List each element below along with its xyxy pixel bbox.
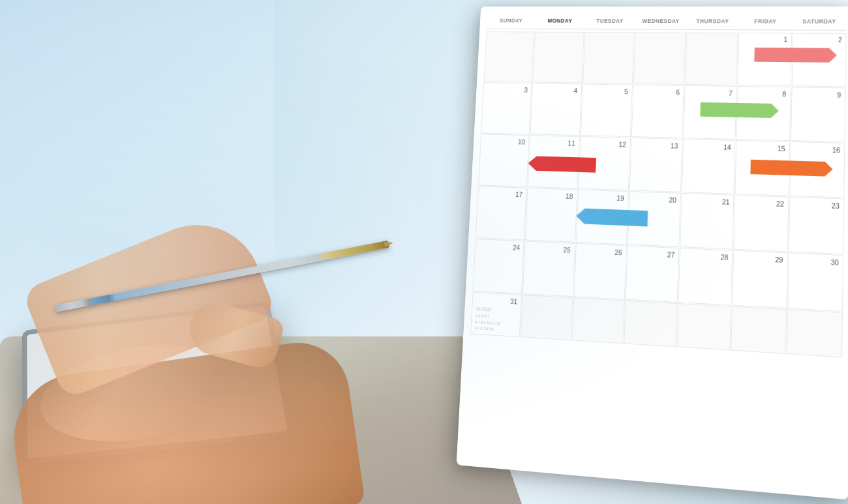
date-21: 21 xyxy=(686,196,730,206)
day-header-sat: Saturday xyxy=(792,17,847,26)
pencil-tip xyxy=(384,240,394,247)
date-3: 3 xyxy=(487,85,528,93)
event-green-arrow xyxy=(700,102,779,118)
cell-empty-1 xyxy=(483,31,534,82)
week-2-row: 3 4 5 6 7 8 xyxy=(481,82,845,142)
cell-fri-22: 22 xyxy=(734,195,789,252)
date-8: 8 xyxy=(742,89,786,98)
day-header-mon: MondAy xyxy=(535,16,584,25)
date-1: 1 xyxy=(743,36,787,43)
cell-empty-5 xyxy=(685,33,738,85)
cell-sun-31: 31 Jul 2022 1 2 3 4 56 7 8 9 10 11 1213 … xyxy=(470,292,522,338)
day-header-thu: Thursday xyxy=(686,16,739,25)
cell-mon-18: 18 xyxy=(525,188,577,243)
day-header-tue: Tuesday xyxy=(584,16,635,25)
date-2: 2 xyxy=(796,37,841,44)
cell-sun-10: 10 xyxy=(478,134,530,186)
day-headers: Sunday MondAy Tuesday Wednesday Thursday… xyxy=(487,16,847,31)
date-15: 15 xyxy=(740,143,785,153)
cell-mon-25: 25 xyxy=(522,241,575,297)
event-pink-arrow xyxy=(754,48,837,63)
cell-thu-28: 28 xyxy=(678,248,733,306)
date-28: 28 xyxy=(684,251,728,261)
calendar-inner: Sunday MondAy Tuesday Wednesday Thursday… xyxy=(463,7,848,366)
date-12: 12 xyxy=(584,140,626,148)
cell-sun-3: 3 xyxy=(481,82,532,134)
date-9: 9 xyxy=(796,90,841,98)
date-20: 20 xyxy=(633,194,677,203)
cell-sun-24: 24 xyxy=(473,239,524,294)
date-17: 17 xyxy=(481,189,522,198)
date-16: 16 xyxy=(795,145,840,154)
event-red-arrow xyxy=(528,156,596,173)
cell-thu-21: 21 xyxy=(680,193,734,250)
date-29: 29 xyxy=(738,254,783,264)
date-4: 4 xyxy=(536,86,577,95)
date-14: 14 xyxy=(688,142,731,151)
date-30: 30 xyxy=(793,256,839,267)
cell-thu-14: 14 xyxy=(682,139,736,194)
date-19: 19 xyxy=(582,193,624,202)
date-31: 31 xyxy=(476,295,518,306)
date-18: 18 xyxy=(531,191,573,200)
cell-thu-7: 7 xyxy=(683,85,736,140)
cell-tue-5: 5 xyxy=(580,84,632,137)
cell-tue-19: 19 xyxy=(576,190,629,245)
cell-sun-17: 17 xyxy=(476,186,527,240)
day-header-sun: Sunday xyxy=(487,16,536,25)
day-header-wed: Wednesday xyxy=(635,16,687,25)
event-blue-arrow xyxy=(576,208,648,226)
cell-wed-13: 13 xyxy=(629,138,683,192)
week-1-row: 1 2 xyxy=(483,31,846,87)
cell-sat-30: 30 xyxy=(787,252,843,311)
cell-fri-1: 1 xyxy=(738,33,792,86)
cell-fri-29: 29 xyxy=(732,250,787,308)
cell-empty-d xyxy=(677,303,732,351)
date-23: 23 xyxy=(794,200,840,210)
date-11: 11 xyxy=(534,138,575,147)
tablet-screen xyxy=(27,306,288,459)
date-5: 5 xyxy=(586,87,628,95)
cell-fri-15: 15 xyxy=(735,140,790,196)
scene: Sunday MondAy Tuesday Wednesday Thursday… xyxy=(0,0,848,504)
calendar: Sunday MondAy Tuesday Wednesday Thursday… xyxy=(457,7,848,499)
date-22: 22 xyxy=(739,198,784,208)
date-13: 13 xyxy=(635,141,678,150)
cell-empty-4 xyxy=(633,32,686,85)
date-6: 6 xyxy=(637,88,680,96)
event-orange-arrow xyxy=(750,160,833,177)
cell-empty-c xyxy=(624,301,678,348)
tablet-device xyxy=(22,301,295,464)
cell-empty-3 xyxy=(583,32,635,84)
cell-empty-e xyxy=(731,306,787,355)
date-24: 24 xyxy=(479,242,520,252)
cell-wed-27: 27 xyxy=(626,245,680,303)
cell-empty-b xyxy=(571,297,624,344)
overflow-dates: Jul 2022 1 2 3 4 56 7 8 9 10 11 1213 14 … xyxy=(475,306,517,334)
date-25: 25 xyxy=(528,245,571,254)
cell-empty-2 xyxy=(532,32,584,83)
date-27: 27 xyxy=(631,249,675,259)
cell-mon-4: 4 xyxy=(530,83,582,136)
cell-mon-11: 11 xyxy=(528,135,580,188)
cell-sat-23: 23 xyxy=(789,197,845,255)
cell-sat-9: 9 xyxy=(791,87,846,142)
cell-wed-6: 6 xyxy=(631,85,684,138)
cell-empty-f xyxy=(787,309,843,357)
date-10: 10 xyxy=(485,137,526,145)
date-7: 7 xyxy=(689,89,733,97)
day-header-fri: Friday xyxy=(738,17,792,26)
cell-empty-a xyxy=(521,295,573,340)
cell-tue-26: 26 xyxy=(573,243,627,300)
date-26: 26 xyxy=(579,246,622,256)
